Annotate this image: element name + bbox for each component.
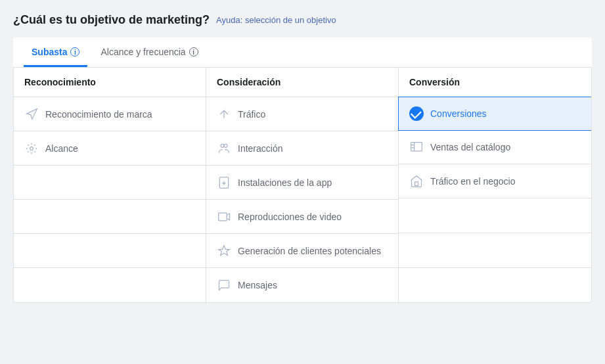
col-conversion: Conversiones Ventas del catálogo (399, 97, 591, 302)
tab-alcance-frecuencia[interactable]: Alcance y frecuencia i (93, 37, 206, 67)
brand-awareness-icon (24, 107, 39, 122)
page-title-row: ¿Cuál es tu objetivo de marketing? Ayuda… (13, 13, 592, 27)
spacer (399, 233, 591, 268)
cell-label-reproducciones: Reproducciones de video (238, 212, 342, 222)
traffic-icon (217, 107, 231, 122)
spacer (399, 198, 591, 233)
grid-header: Reconocimiento Consideración Conversión (14, 68, 591, 97)
list-item[interactable]: Mensajes (206, 268, 398, 302)
page-wrapper: ¿Cuál es tu objetivo de marketing? Ayuda… (0, 0, 605, 364)
cell-label-reconocimiento-marca: Reconocimiento de marca (45, 109, 152, 120)
cell-label-trafico: Tráfico (238, 109, 265, 120)
svg-point-3 (225, 149, 226, 150)
engagement-icon (217, 141, 231, 156)
col-consideracion: Tráfico Interacción (206, 97, 399, 302)
list-item[interactable]: Reconocimiento de marca (14, 97, 206, 131)
spacer (14, 234, 206, 268)
cell-label-ventas-catalogo: Ventas del catálogo (430, 142, 510, 152)
cell-label-generacion: Generación de clientes potenciales (238, 246, 381, 256)
svg-rect-7 (415, 181, 418, 185)
col-header-consideracion: Consideración (206, 68, 399, 97)
tab-subasta-label: Subasta (32, 47, 67, 57)
cell-label-conversiones: Conversiones (430, 108, 487, 119)
svg-point-0 (30, 147, 34, 150)
svg-rect-6 (411, 142, 422, 150)
page-title: ¿Cuál es tu objetivo de marketing? (13, 13, 210, 27)
reach-icon (24, 141, 39, 156)
col-reconocimiento: Reconocimiento de marca Alcance (14, 97, 206, 302)
tab-subasta-info: i (70, 47, 79, 57)
col-header-reconocimiento: Reconocimiento (14, 68, 206, 97)
list-item[interactable]: Generación de clientes potenciales (206, 234, 398, 268)
main-card: Reconocimiento Consideración Conversión … (13, 68, 592, 303)
list-item[interactable]: Tráfico en el negocio (399, 164, 591, 198)
list-item[interactable]: Tráfico (206, 97, 398, 131)
list-item[interactable]: Reproducciones de video (206, 200, 398, 234)
svg-point-1 (221, 144, 224, 147)
col-header-conversion: Conversión (399, 68, 591, 97)
messages-icon (217, 278, 231, 292)
cell-label-instalaciones-app: Instalaciones de la app (238, 177, 332, 188)
spacer (14, 268, 206, 302)
tab-alcance-info: i (189, 47, 198, 57)
svg-rect-5 (219, 213, 227, 221)
spacer (399, 268, 591, 302)
help-link[interactable]: Ayuda: selección de un objetivo (216, 15, 336, 25)
store-traffic-icon (409, 174, 424, 189)
list-item[interactable]: Alcance (14, 131, 206, 166)
list-item[interactable]: Instalaciones de la app (206, 166, 398, 200)
list-item[interactable]: Ventas del catálogo (399, 130, 591, 164)
cell-label-interaccion: Interacción (238, 143, 282, 154)
spacer (14, 166, 206, 200)
tabs-container: Subasta i Alcance y frecuencia i (13, 37, 592, 68)
spacer (14, 200, 206, 234)
video-views-icon (217, 210, 231, 224)
tab-alcance-label: Alcance y frecuencia (101, 47, 185, 57)
catalog-sales-icon (409, 140, 424, 154)
app-installs-icon (217, 175, 231, 190)
cell-label-mensajes: Mensajes (238, 280, 277, 290)
conversions-check-icon (409, 106, 424, 121)
list-item-conversiones[interactable]: Conversiones (398, 97, 592, 131)
lead-gen-icon (217, 244, 231, 258)
cell-label-alcance: Alcance (45, 143, 78, 154)
tab-subasta[interactable]: Subasta i (24, 37, 87, 67)
svg-point-2 (224, 144, 227, 147)
cell-label-trafico-negocio: Tráfico en el negocio (430, 176, 515, 187)
grid-body: Reconocimiento de marca Alcance (14, 97, 591, 302)
list-item[interactable]: Interacción (206, 131, 398, 166)
